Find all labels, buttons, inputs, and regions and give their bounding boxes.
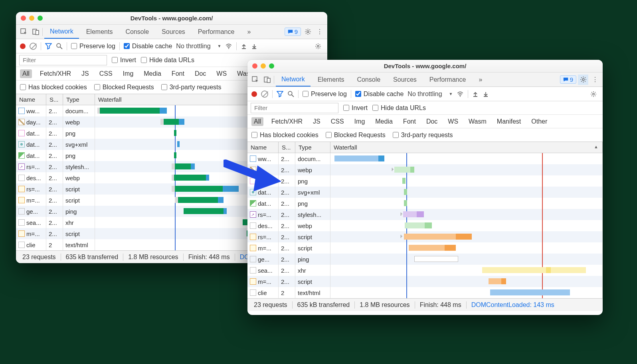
upload-icon[interactable] [472,91,479,97]
table-row[interactable]: ww...2...docum... [247,153,603,164]
kebab-icon[interactable]: ⋮ [315,27,325,37]
invert-checkbox[interactable]: Invert [343,104,368,112]
table-row[interactable]: ...2...webp [247,164,603,175]
wifi-icon[interactable] [457,91,464,98]
record-button[interactable] [251,91,257,97]
tab-performance[interactable]: Performance [424,73,472,87]
table-row[interactable]: dat...2...svg+xml [247,187,603,198]
filter-doc[interactable]: Doc [192,69,208,78]
table-row[interactable]: dat...2...png [247,175,603,187]
preserve-log-checkbox[interactable]: Preserve log [303,91,347,98]
filter-js[interactable]: JS [79,69,91,78]
download-icon[interactable] [483,91,489,97]
tab-console[interactable]: Console [351,73,386,87]
zoom-icon[interactable] [269,63,274,69]
filter-js[interactable]: JS [311,117,323,126]
search-icon[interactable] [287,91,294,97]
filter-ws[interactable]: WS [214,69,229,78]
download-icon[interactable] [251,43,257,49]
kebab-icon[interactable]: ⋮ [590,75,600,85]
filter-media[interactable]: Media [373,117,395,126]
gear-icon[interactable] [578,75,588,85]
tab-elements[interactable]: Elements [81,25,119,39]
tab-more[interactable]: » [241,25,256,39]
clear-icon[interactable] [261,91,268,98]
filter-fetch[interactable]: Fetch/XHR [38,69,73,78]
titlebar[interactable]: DevTools - www.google.com/ [247,60,603,73]
filter-font[interactable]: Font [401,117,418,126]
device-toggle-icon[interactable] [262,75,272,85]
filter-img[interactable]: Img [121,69,136,78]
tab-elements[interactable]: Elements [312,73,350,87]
col-status[interactable]: S... [46,94,63,105]
table-row[interactable]: clie2text/html [247,287,603,298]
titlebar[interactable]: DevTools - www.google.com/ [16,12,327,25]
filter-input[interactable] [19,55,107,65]
blocked-cookies-checkbox[interactable]: Has blocked cookies [20,84,87,91]
disable-cache-checkbox[interactable]: Disable cache [124,43,172,50]
tab-sources[interactable]: Sources [388,73,422,87]
filter-manifest[interactable]: Manifest [495,117,523,126]
minimize-icon[interactable] [261,63,266,69]
filter-ws[interactable]: WS [445,117,461,126]
record-button[interactable] [20,43,26,49]
filter-font[interactable]: Font [169,69,187,78]
blocked-cookies-checkbox[interactable]: Has blocked cookies [251,132,318,139]
col-status[interactable]: S... [279,142,295,153]
col-type[interactable]: Type [295,142,330,153]
table-row[interactable]: m=...2...script [247,242,603,254]
filter-img[interactable]: Img [352,117,368,126]
wifi-icon[interactable] [225,43,232,50]
col-type[interactable]: Type [63,94,95,105]
issues-badge[interactable]: 9 [560,75,576,84]
disable-cache-checkbox[interactable]: Disable cache [355,91,404,98]
table-row[interactable]: des...2...webp [247,220,603,231]
filter-css[interactable]: CSS [328,117,346,126]
filter-wasm[interactable]: Wasm [466,117,489,126]
col-waterfall[interactable]: Waterfall▲ [330,142,603,153]
filter-all[interactable]: All [251,117,263,126]
close-icon[interactable] [252,63,257,69]
gear-icon[interactable] [303,27,313,37]
table-row[interactable]: ge...2...ping [247,254,603,265]
zoom-icon[interactable] [38,16,43,21]
filter-all[interactable]: All [20,69,32,78]
filter-icon[interactable] [45,43,52,49]
table-row[interactable]: dat...2...png [247,198,603,209]
throttling-select[interactable]: No throttling ▼ [176,43,221,50]
close-icon[interactable] [21,16,26,21]
device-toggle-icon[interactable] [30,27,41,37]
filter-icon[interactable] [277,91,283,97]
col-name[interactable]: Name [16,94,46,105]
gear-icon[interactable] [313,41,323,51]
tab-console[interactable]: Console [120,25,154,39]
inspect-icon[interactable] [18,27,29,37]
inspect-icon[interactable] [250,75,260,85]
filter-doc[interactable]: Doc [424,117,440,126]
search-icon[interactable] [56,43,63,49]
hide-dataurls-checkbox[interactable]: Hide data URLs [372,104,426,112]
filter-fetch[interactable]: Fetch/XHR [269,117,305,126]
col-name[interactable]: Name [247,142,279,153]
preserve-log-checkbox[interactable]: Preserve log [71,43,115,50]
third-party-checkbox[interactable]: 3rd-party requests [161,84,222,91]
third-party-checkbox[interactable]: 3rd-party requests [393,132,453,139]
table-row[interactable]: rs=...2...stylesh... [247,209,603,220]
upload-icon[interactable] [241,43,247,49]
minimize-icon[interactable] [29,16,34,21]
tab-performance[interactable]: Performance [192,25,240,39]
filter-input[interactable] [251,103,338,113]
tab-more[interactable]: » [473,73,488,87]
table-row[interactable]: m=...2...script [247,276,603,287]
throttling-select[interactable]: No throttling ▼ [408,91,453,98]
clear-icon[interactable] [30,43,37,50]
tab-sources[interactable]: Sources [156,25,191,39]
table-row[interactable]: sea...2...xhr [247,265,603,276]
blocked-requests-checkbox[interactable]: Blocked Requests [326,132,386,139]
tab-network[interactable]: Network [44,25,79,39]
hide-dataurls-checkbox[interactable]: Hide data URLs [141,57,194,64]
filter-css[interactable]: CSS [97,69,115,78]
gear-icon[interactable] [588,89,599,99]
filter-media[interactable]: Media [141,69,164,78]
invert-checkbox[interactable]: Invert [112,57,136,64]
